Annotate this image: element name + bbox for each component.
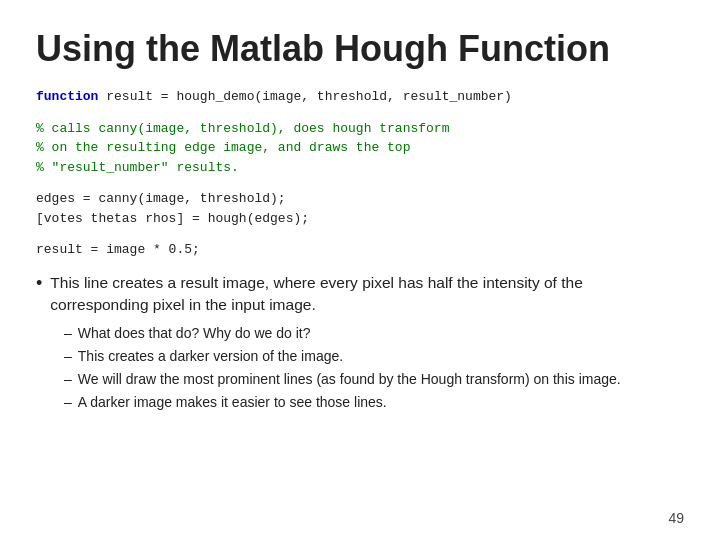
slide: Using the Matlab Hough Function function… [0,0,720,540]
sub-bullet-text-2: This creates a darker version of the ima… [78,346,343,367]
sub-bullet-text-3: We will draw the most prominent lines (a… [78,369,621,390]
slide-title: Using the Matlab Hough Function [36,28,684,69]
sub-bullet-1: – What does that do? Why do we do it? [64,323,684,344]
code-hough-line: [votes thetas rhos] = hough(edges); [36,209,684,229]
comment-line-3: % "result_number" results. [36,158,684,178]
sub-bullet-text-1: What does that do? Why do we do it? [78,323,311,344]
comment-line-1: % calls canny(image, threshold), does ho… [36,119,684,139]
page-number: 49 [668,510,684,526]
result-assignment: result = image * 0.5; [36,240,684,260]
comment-line-2: % on the resulting edge image, and draws… [36,138,684,158]
main-bullet: • This line creates a result image, wher… [36,272,684,317]
code-comments: % calls canny(image, threshold), does ho… [36,119,684,178]
dash-4: – [64,392,72,413]
dash-1: – [64,323,72,344]
code-result-line: result = image * 0.5; [36,240,684,260]
bullet-dot: • [36,272,42,295]
sub-bullets-list: – What does that do? Why do we do it? – … [64,323,684,413]
code-edges: edges = canny(image, threshold); [votes … [36,189,684,228]
sub-bullet-3: – We will draw the most prominent lines … [64,369,684,390]
code-edges-line: edges = canny(image, threshold); [36,189,684,209]
dash-3: – [64,369,72,390]
keyword-function: function [36,89,98,104]
code-function-signature: function result = hough_demo(image, thre… [36,87,684,107]
sub-bullet-text-4: A darker image makes it easier to see th… [78,392,387,413]
sub-bullet-2: – This creates a darker version of the i… [64,346,684,367]
dash-2: – [64,346,72,367]
sub-bullet-4: – A darker image makes it easier to see … [64,392,684,413]
function-signature-rest: result = hough_demo(image, threshold, re… [98,89,511,104]
main-bullet-text: This line creates a result image, where … [50,272,684,317]
bullet-section: • This line creates a result image, wher… [36,272,684,413]
